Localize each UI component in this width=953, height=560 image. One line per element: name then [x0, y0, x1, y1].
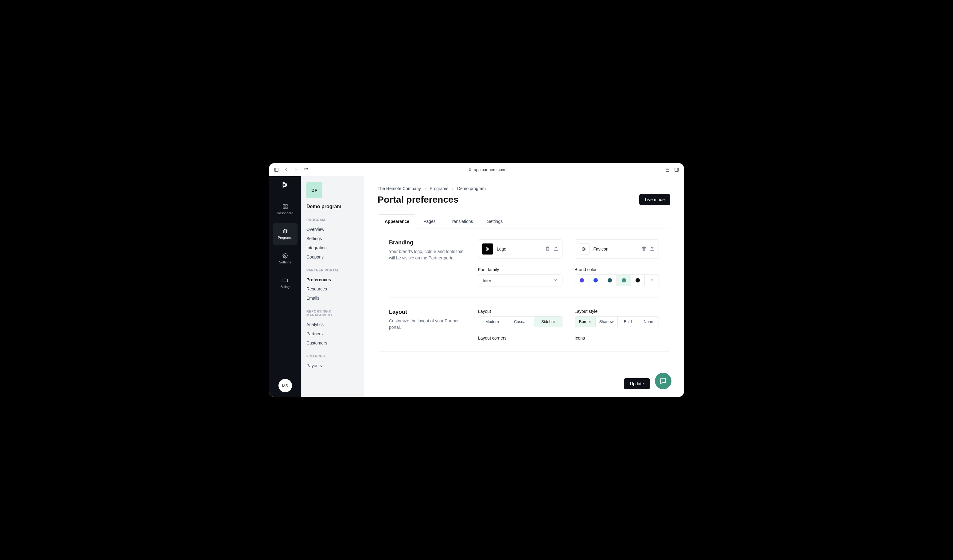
back-icon[interactable] [283, 167, 289, 172]
upload-icon[interactable] [553, 246, 559, 252]
layout-segmented: Modern Casual Sidebar [478, 316, 562, 327]
chevron-down-icon [554, 278, 558, 283]
share-icon[interactable] [665, 167, 670, 172]
sidebar-section-label: FINANCES [306, 354, 359, 358]
trash-icon[interactable] [545, 246, 550, 252]
tab-settings[interactable]: Settings [480, 214, 510, 228]
custom-color-option[interactable]: # [645, 275, 658, 286]
icons-label: Icons [575, 335, 659, 340]
font-family-select[interactable]: Inter [478, 275, 562, 287]
svg-rect-5 [675, 168, 678, 171]
svg-rect-7 [283, 205, 285, 206]
section-desc: Your brand's logo, colour and fonts that… [389, 248, 466, 261]
help-fab[interactable] [655, 373, 672, 389]
svg-rect-10 [286, 207, 287, 209]
hash-icon: # [650, 278, 653, 283]
layout-style-label: Layout style [575, 309, 659, 314]
section-title: Branding [389, 239, 466, 246]
breadcrumb-item[interactable]: Demo program [457, 186, 486, 191]
seg-option-modern[interactable]: Modern [478, 316, 506, 327]
section-title: Layout [389, 309, 466, 315]
browser-chrome: app.partnero.com [269, 163, 684, 176]
seg-option-sidebar[interactable]: Sidebar [534, 316, 562, 327]
program-name: Demo program [306, 204, 359, 209]
brand-color-label: Brand color [575, 267, 659, 272]
layout-label: Layout [478, 309, 562, 314]
live-mode-button[interactable]: Live mode [639, 194, 670, 205]
layout-corners-label: Layout corners [478, 335, 562, 340]
svg-rect-0 [275, 168, 278, 171]
browser-window: app.partnero.com Dashboard Programs [269, 163, 684, 397]
forward-icon [293, 167, 299, 172]
svg-rect-3 [666, 168, 669, 171]
logo-upload: Logo [478, 239, 562, 259]
rail-item-billing[interactable]: Billing [273, 272, 298, 294]
chevron-right-icon: › [452, 186, 453, 191]
seg-option-bald[interactable]: Bald [618, 316, 638, 327]
layout-style-segmented: Border Shadow Bald None [575, 316, 659, 327]
favicon-label: Favicon [593, 247, 638, 251]
section-branding: Branding Your brand's logo, colour and f… [389, 239, 659, 298]
color-option[interactable] [603, 275, 617, 286]
rail-item-settings[interactable]: Settings [273, 247, 298, 270]
sidebar-item-customers[interactable]: Customers [306, 338, 359, 347]
logo-label: Logo [497, 247, 541, 251]
user-avatar[interactable]: MS [278, 379, 292, 392]
seg-option-none[interactable]: None [638, 316, 658, 327]
rail-item-dashboard[interactable]: Dashboard [273, 199, 298, 220]
seg-option-casual[interactable]: Casual [506, 316, 534, 327]
sidebar-section-label: REPORTING & MANAGEMENT [306, 309, 359, 317]
sidebar-item-payouts[interactable]: Payouts [306, 361, 359, 370]
url-text: app.partnero.com [474, 168, 505, 172]
breadcrumb: The Remote Company › Programs › Demo pro… [378, 186, 670, 191]
sidebar-item-overview[interactable]: Overview [306, 225, 359, 234]
seg-option-shadow[interactable]: Shadow [596, 316, 618, 327]
color-option[interactable] [589, 275, 603, 286]
sidebar-item-analytics[interactable]: Analytics [306, 320, 359, 329]
favicon-upload: Favicon [575, 239, 659, 259]
color-option[interactable] [617, 275, 631, 286]
svg-rect-8 [286, 205, 287, 206]
tabs-icon[interactable] [674, 167, 680, 172]
sidebar-toggle-icon[interactable] [273, 167, 279, 172]
sidebar-item-coupons[interactable]: Coupons [306, 252, 359, 262]
sidebar-item-emails[interactable]: Emails [306, 293, 359, 303]
svg-point-11 [284, 255, 286, 257]
rail-item-programs[interactable]: Programs [273, 223, 298, 245]
breadcrumb-item[interactable]: The Remote Company [378, 186, 421, 191]
trash-icon[interactable] [641, 246, 647, 252]
page-title: Portal preferences [378, 194, 458, 205]
main-content: The Remote Company › Programs › Demo pro… [364, 176, 684, 397]
update-button[interactable]: Update [624, 378, 650, 389]
breadcrumb-item[interactable]: Programs [430, 186, 449, 191]
sidebar-item-preferences[interactable]: Preferences [306, 275, 359, 284]
sidebar-item-settings[interactable]: Settings [306, 234, 359, 243]
sidebar-item-partners[interactable]: Partners [306, 329, 359, 338]
chevron-right-icon: › [425, 186, 426, 191]
program-badge: DP [306, 182, 322, 199]
content-card: Branding Your brand's logo, colour and f… [378, 228, 670, 352]
sidebar-section-label: PARTNER PORTAL [306, 268, 359, 272]
tab-translations[interactable]: Translations [443, 214, 480, 228]
font-family-label: Font family [478, 267, 562, 272]
favicon-preview [579, 244, 590, 254]
tab-pages[interactable]: Pages [416, 214, 443, 228]
lock-icon [468, 168, 472, 172]
brand-color-picker: # [575, 275, 659, 286]
logo-preview [482, 244, 493, 254]
reload-icon[interactable] [303, 167, 309, 172]
color-option[interactable] [575, 275, 589, 286]
sidebar-item-resources[interactable]: Resources [306, 284, 359, 293]
sidebar-section-label: PROGRAM [306, 218, 359, 222]
svg-rect-2 [469, 169, 471, 171]
svg-rect-9 [283, 207, 285, 209]
tab-appearance[interactable]: Appearance [378, 214, 416, 228]
seg-option-border[interactable]: Border [575, 316, 596, 327]
upload-icon[interactable] [650, 246, 655, 252]
app-logo[interactable] [281, 180, 290, 189]
nav-rail: Dashboard Programs Settings Billing MS [269, 176, 301, 397]
color-option[interactable] [631, 275, 645, 286]
section-desc: Customize the layout of your Partner por… [389, 318, 466, 330]
section-layout: Layout Customize the layout of your Part… [389, 309, 659, 340]
sidebar-item-integration[interactable]: Integration [306, 243, 359, 252]
